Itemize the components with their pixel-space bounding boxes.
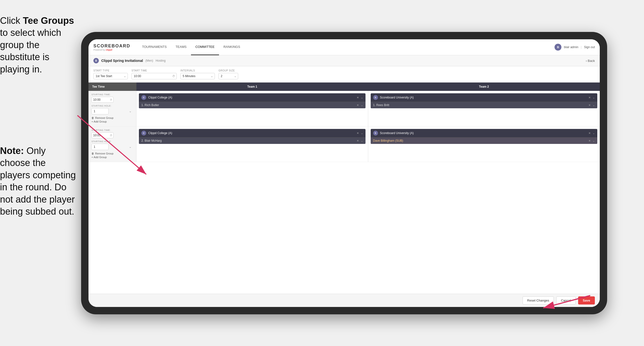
group-size-label: Group Size: [218, 69, 238, 72]
team-avatar-1-2: C: [141, 131, 146, 136]
instruction-main: Click Tee Groups to select which group t…: [0, 15, 76, 75]
tee-time-wrap-2: ⏱: [92, 132, 114, 138]
clock-icon-2: ⏱: [110, 134, 112, 137]
team-name-2-1: Scoreboard University (A): [380, 96, 414, 99]
sign-out-link[interactable]: Sign out: [584, 45, 595, 49]
team-card-header-1-1: C Clippd College (A) ✕ ⌄: [139, 93, 366, 102]
nav-tournaments[interactable]: TOURNAMENTS: [138, 39, 171, 55]
tee-side-1: STARTING TIME: ⏱ STARTING HOLE: 1: [88, 91, 136, 126]
tournament-name: Clippd Spring Invitational: [101, 59, 143, 63]
cancel-button[interactable]: Cancel: [556, 296, 576, 305]
table-header: Tee Time Team 1 Team 2: [88, 82, 600, 91]
intervals-wrap: 5 Minutes: [180, 73, 215, 79]
team-avatar-2-2: S: [373, 131, 378, 136]
tablet-screen: SCOREBOARD Powered by clippd TOURNAMENTS…: [88, 39, 600, 307]
player-close-icon[interactable]: ✕: [357, 104, 359, 107]
team-avatar-2-1: S: [373, 95, 378, 100]
start-type-group: Start Type 1st Tee Start: [94, 69, 128, 79]
tee-actions-2: 🗑 Remove Group + Add Group: [92, 152, 133, 159]
intervals-label: Intervals: [180, 69, 215, 72]
team-card-2-2[interactable]: S Scoreboard University (A) ✕ ⌄ Dave Bil…: [371, 129, 598, 144]
close-icon[interactable]: ✕: [357, 132, 359, 135]
bottom-bar: Reset Changes Cancel Save: [88, 294, 600, 307]
close-icon[interactable]: ✕: [357, 96, 359, 99]
intervals-select[interactable]: 5 Minutes: [180, 73, 215, 79]
player-chevron-icon[interactable]: ⌄: [361, 104, 363, 107]
group-size-select[interactable]: 2: [218, 73, 238, 79]
player-actions-sub: ✕ ⌄: [588, 139, 595, 142]
team-card-actions-1-2: ✕ ⌄: [357, 132, 363, 135]
save-button[interactable]: Save: [578, 296, 595, 305]
player-chevron-icon[interactable]: ⌄: [361, 139, 363, 142]
clock-icon-1: ⏱: [110, 98, 112, 101]
add-group-btn-1[interactable]: + Add Group: [92, 120, 133, 123]
nav-rankings[interactable]: RANKINGS: [219, 39, 244, 55]
close-icon[interactable]: ✕: [588, 132, 591, 135]
player-name-2-1: 1. Rees Britt: [373, 103, 389, 107]
content-area: Start Type 1st Tee Start Start Time ⏱: [88, 66, 600, 307]
team-name-1-1: Clippd College (A): [148, 96, 172, 99]
user-name: blair admin: [564, 45, 578, 49]
player-actions-2-1: ✕ ⌄: [588, 104, 595, 107]
nav-links: TOURNAMENTS TEAMS COMMITTEE RANKINGS: [138, 39, 554, 55]
tablet-frame: SCOREBOARD Powered by clippd TOURNAMENTS…: [81, 32, 607, 314]
logo-text: SCOREBOARD: [94, 43, 130, 49]
remove-group-btn-2[interactable]: 🗑 Remove Group: [92, 152, 133, 155]
chevron-icon[interactable]: ⌄: [593, 132, 595, 135]
th-tee-time: Tee Time: [88, 82, 136, 91]
team-card-actions-2-2: ✕ ⌄: [588, 132, 595, 135]
start-type-label: Start Type: [94, 69, 128, 72]
reset-button[interactable]: Reset Changes: [522, 296, 554, 305]
start-time-wrap: ⏱: [132, 73, 177, 79]
tee-row-2: STARTING TIME: ⏱ STARTING HOLE: 1: [88, 126, 600, 162]
trash-icon-2: 🗑: [92, 152, 94, 155]
back-button[interactable]: Back: [586, 59, 595, 63]
team-card-1-1[interactable]: C Clippd College (A) ✕ ⌄ 1. Rich Butler: [139, 93, 366, 108]
start-type-select[interactable]: 1st Tee Start: [94, 73, 128, 79]
team-card-actions-2-1: ✕ ⌄: [588, 96, 595, 99]
starting-hole-select-2[interactable]: 1: [92, 144, 109, 150]
close-icon[interactable]: ✕: [588, 96, 591, 99]
player-close-icon[interactable]: ✕: [588, 104, 591, 107]
remove-group-btn-1[interactable]: 🗑 Remove Group: [92, 116, 133, 119]
player-name-1-1: 1. Rich Butler: [141, 103, 159, 107]
logo: SCOREBOARD Powered by clippd: [94, 43, 130, 51]
team-card-actions-1-1: ✕ ⌄: [357, 96, 363, 99]
controls-row: Start Type 1st Tee Start Start Time ⏱: [88, 66, 600, 82]
starting-time-label-2: STARTING TIME:: [92, 129, 133, 131]
sub-header: B Clippd Spring Invitational (Men) Hosti…: [88, 55, 600, 66]
user-avatar: B: [554, 44, 562, 50]
starting-hole-select-1[interactable]: 1: [92, 108, 109, 114]
tournament-gender: (Men): [146, 59, 153, 62]
player-close-icon[interactable]: ✕: [588, 139, 591, 142]
chevron-icon[interactable]: ⌄: [593, 96, 595, 99]
chevron-icon[interactable]: ⌄: [361, 96, 363, 99]
start-type-wrap: 1st Tee Start: [94, 73, 128, 79]
player-chevron-icon[interactable]: ⌄: [593, 104, 595, 107]
group-size-group: Group Size 2: [218, 69, 238, 79]
add-group-btn-2[interactable]: + Add Group: [92, 156, 133, 159]
start-time-label: Start Time: [132, 69, 177, 72]
team1-col-1: C Clippd College (A) ✕ ⌄ 1. Rich Butler: [136, 91, 368, 126]
nav-teams[interactable]: TEAMS: [171, 39, 191, 55]
team-card-2-1[interactable]: S Scoreboard University (A) ✕ ⌄ 1. Rees …: [371, 93, 598, 108]
team1-col-2: C Clippd College (A) ✕ ⌄ 2. Blair McHarg: [136, 126, 368, 162]
tee-actions-1: 🗑 Remove Group + Add Group: [92, 116, 133, 123]
player-actions-1-1: ✕ ⌄: [357, 104, 363, 107]
nav-right: B blair admin | Sign out: [554, 44, 595, 50]
nav-committee[interactable]: COMMITTEE: [191, 39, 219, 55]
starting-hole-wrap-1: 1: [92, 108, 133, 114]
th-team2: Team 2: [368, 82, 600, 91]
team-avatar-1-1: C: [141, 95, 146, 100]
player-chevron-icon[interactable]: ⌄: [593, 139, 595, 142]
trash-icon: 🗑: [92, 116, 94, 119]
start-time-input[interactable]: [132, 73, 177, 79]
th-team1: Team 1: [136, 82, 368, 91]
player-close-icon[interactable]: ✕: [357, 139, 359, 142]
chevron-icon[interactable]: ⌄: [361, 132, 363, 135]
tee-groups-list: STARTING TIME: ⏱ STARTING HOLE: 1: [88, 91, 600, 294]
team-card-header-1-2: C Clippd College (A) ✕ ⌄: [139, 129, 366, 137]
player-row-2-1: 1. Rees Britt ✕ ⌄: [371, 102, 598, 108]
tee-time-wrap-1: ⏱: [92, 97, 114, 103]
team-card-1-2[interactable]: C Clippd College (A) ✕ ⌄ 2. Blair McHarg: [139, 129, 366, 144]
